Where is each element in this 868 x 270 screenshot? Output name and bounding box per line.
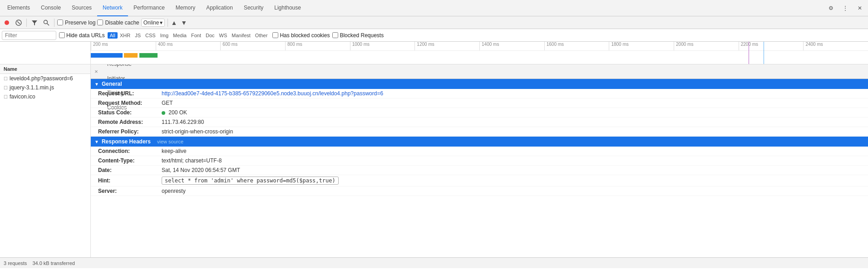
filter-type-other[interactable]: Other [253,32,270,39]
remote-address-value: 111.73.46.229:80 [162,119,204,125]
has-blocked-cookies-label[interactable]: Has blocked cookies [272,32,330,39]
detail-tab-response[interactable]: Response [102,64,137,72]
svg-point-3 [44,20,48,24]
hide-data-urls-label[interactable]: Hide data URLs [59,32,105,39]
filter-type-ws[interactable]: WS [217,32,230,39]
tab-elements[interactable]: Elements [2,0,35,16]
response-headers-section-header[interactable]: ▼ Response Headers view source [91,137,868,147]
tab-console[interactable]: Console [35,0,66,16]
response-header-label: Server: [98,188,162,194]
filter-icon[interactable] [30,18,39,28]
filter-type-buttons: AllXHRJSCSSImgMediaFontDocWSManifestOthe… [108,32,270,39]
status-bar: 3 requests 34.0 kB transferred [0,257,868,268]
close-devtools-icon[interactable]: ✕ [853,2,866,15]
disable-cache-checkbox[interactable] [97,20,103,25]
file-list-item[interactable]: ☐favicon.ico [0,92,90,101]
tab-lighthouse[interactable]: Lighthouse [269,0,306,16]
response-header-label: Hint: [98,177,162,184]
response-header-label: Date: [98,167,162,173]
preserve-log-label[interactable]: Preserve log [57,20,95,26]
response-header-value: keep-alive [162,148,187,154]
tab-security[interactable]: Security [238,0,269,16]
referrer-policy-value: strict-origin-when-cross-origin [162,128,233,135]
filter-type-doc[interactable]: Doc [203,32,217,39]
response-header-label: Content-Type: [98,157,162,164]
filter-type-media[interactable]: Media [171,32,189,39]
timeline-bars [91,52,868,58]
request-url-row: Request URL: http://3ead00e7-4ded-4175-b… [91,89,868,98]
tab-performance[interactable]: Performance [128,0,170,16]
tab-icons: ⚙ ⋮ ✕ [824,2,866,15]
throttle-dropdown-icon: ▾ [160,20,163,26]
waterfall-line-purple [749,42,749,64]
filter-type-manifest[interactable]: Manifest [229,32,253,39]
hint-value: select * from 'admin' where password=md5… [162,177,339,185]
general-section-header[interactable]: ▼ General [91,79,868,89]
transferred-size: 34.0 kB transferred [32,260,75,266]
blocked-requests-checkbox[interactable] [332,32,338,38]
record-icon[interactable] [2,18,12,28]
devtools-tab-bar: Elements Console Sources Network Perform… [0,0,868,16]
response-header-rows: Connection:keep-aliveContent-Type:text/h… [91,147,868,196]
more-options-icon[interactable]: ⋮ [839,2,852,15]
status-code-value: 200 OK [162,109,187,116]
tab-application[interactable]: Application [201,0,238,16]
request-method-label: Request Method: [98,100,162,106]
preserve-log-checkbox[interactable] [57,20,63,25]
status-code-row: Status Code: 200 OK [91,108,868,118]
file-list-item[interactable]: ☐jquery-3.1.1.min.js [0,83,90,92]
referrer-policy-label: Referrer Policy: [98,128,162,135]
import-har-icon[interactable]: ▲ [171,19,177,26]
ruler-mark-600-ms: 600 ms [220,42,285,50]
file-list-item[interactable]: ☐leveldo4.php?password=6 [0,74,90,83]
referrer-policy-row: Referrer Policy: strict-origin-when-cros… [91,127,868,137]
detail-content: ▼ General Request URL: http://3ead00e7-4… [91,79,868,257]
filter-type-all[interactable]: All [108,32,118,39]
response-header-value: text/html; charset=UTF-8 [162,157,222,164]
has-blocked-cookies-checkbox[interactable] [272,32,278,38]
ruler-mark-200-ms: 200 ms [91,42,156,50]
bar-orange [124,53,138,58]
detail-close-button[interactable]: × [93,68,100,75]
ruler-mark-1000-ms: 1000 ms [350,42,415,50]
request-method-row: Request Method: GET [91,98,868,108]
svg-line-4 [47,23,49,25]
export-har-icon[interactable]: ▼ [181,19,187,26]
filter-type-font[interactable]: Font [189,32,203,39]
file-icon: ☐ [4,85,8,90]
file-name: leveldo4.php?password=6 [10,75,73,82]
waterfall-line-blue [764,42,764,64]
response-header-value: Sat, 14 Nov 2020 06:54:57 GMT [162,167,240,173]
blocked-requests-label[interactable]: Blocked Requests [332,32,384,39]
ruler-mark-2400-ms: 2400 ms [803,42,868,50]
clear-icon[interactable] [14,18,24,28]
status-dot-icon [162,111,165,115]
disable-cache-label[interactable]: Disable cache [97,20,139,26]
search-icon[interactable] [41,18,51,28]
filter-input[interactable] [2,31,56,40]
tab-memory[interactable]: Memory [170,0,201,16]
filter-type-css[interactable]: CSS [143,32,158,39]
toolbar-separator-3 [168,19,168,27]
hide-data-urls-checkbox[interactable] [59,32,65,38]
tab-sources[interactable]: Sources [66,0,97,16]
ruler-marks: 200 ms400 ms600 ms800 ms1000 ms1200 ms14… [91,42,868,51]
response-header-label: Connection: [98,148,162,154]
ruler-mark-2000-ms: 2000 ms [674,42,739,50]
tab-network[interactable]: Network [97,0,128,16]
settings-icon[interactable]: ⚙ [824,2,837,15]
request-method-value: GET [162,100,173,106]
response-header-value: openresty [162,188,186,194]
network-throttle-select[interactable]: Online ▾ [141,19,165,27]
status-code-label: Status Code: [98,109,162,116]
general-arrow-icon: ▼ [94,82,99,87]
filter-type-js[interactable]: JS [133,32,143,39]
remote-address-row: Remote Address: 111.73.46.229:80 [91,118,868,127]
view-source-link[interactable]: view source [157,139,183,144]
filter-type-xhr[interactable]: XHR [118,32,133,39]
main-area: Name ☐leveldo4.php?password=6☐jquery-3.1… [0,64,868,257]
filter-type-img[interactable]: Img [158,32,171,39]
filter-bar: Hide data URLs AllXHRJSCSSImgMediaFontDo… [0,29,868,42]
bar-blue [91,53,123,58]
ruler-left-spacer [0,42,91,64]
